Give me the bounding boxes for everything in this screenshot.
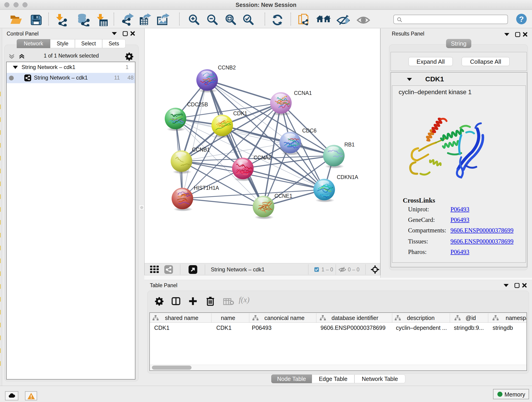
svg-text:CDC25B: CDC25B [187,102,208,108]
svg-text:CDC6: CDC6 [302,128,317,134]
svg-text:?: ? [519,15,524,23]
svg-text:CCNB1: CCNB1 [192,147,210,153]
svg-text:CCNA1: CCNA1 [294,90,312,96]
svg-text:RB1: RB1 [344,142,355,148]
svg-text:CDKN1A: CDKN1A [337,174,358,180]
svg-text:HIST1H1A: HIST1H1A [194,185,219,191]
svg-text:CCNA2: CCNA2 [254,155,272,161]
svg-text:CDK1: CDK1 [233,110,247,116]
svg-text:CCNE1: CCNE1 [274,193,292,199]
svg-text:CCNB2: CCNB2 [218,65,236,70]
